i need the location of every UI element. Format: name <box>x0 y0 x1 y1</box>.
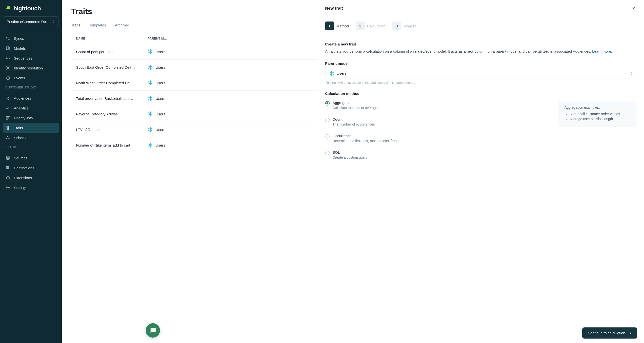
drawer-body: Create a new trait A trait lets you perf… <box>318 35 644 323</box>
workspace-selector[interactable]: Pristine eCommerce De… <box>3 16 59 27</box>
nav-label: Extensions <box>14 176 32 180</box>
parent-model-value: Users <box>337 71 346 75</box>
main: Traits Traits Templates Archived NAME PA… <box>62 0 644 343</box>
example-item: Average user session length <box>570 117 631 121</box>
cell-parent: Users <box>148 127 165 132</box>
col-name: NAME <box>76 37 148 40</box>
traits-icon <box>6 125 10 130</box>
updown-icon <box>52 20 55 24</box>
radio-icon <box>325 118 330 122</box>
nav-sequences[interactable]: Sequences <box>3 53 59 63</box>
syncs-icon <box>6 36 10 41</box>
audiences-icon <box>6 96 10 101</box>
svg-rect-29 <box>8 168 10 169</box>
tab-templates[interactable]: Templates <box>89 21 106 31</box>
sequences-icon <box>6 56 10 61</box>
identity-icon <box>6 66 10 71</box>
radio-icon <box>325 101 330 106</box>
radio-desc: Calculate the sum or average <box>332 106 378 110</box>
nav-label: Destinations <box>14 166 34 170</box>
radio-title: Count <box>332 117 375 121</box>
radio-occurrence[interactable]: Occurrence Determine the first, last, mo… <box>325 131 548 148</box>
analytics-icon <box>6 106 10 111</box>
close-button[interactable] <box>630 5 637 12</box>
radio-desc: Create a custom query <box>332 155 368 159</box>
radio-title: SQL <box>332 150 368 154</box>
button-label: Continue to calculation <box>588 331 625 335</box>
nav-syncs[interactable]: Syncs <box>3 33 59 43</box>
cell-parent: Users <box>148 80 165 86</box>
priority-icon <box>6 115 10 120</box>
nav-heading-customer-studio: CUSTOMER STUDIO <box>3 83 59 91</box>
arrow-right-icon <box>628 331 632 335</box>
example-item: Sum of all customer order values <box>570 112 631 116</box>
nav-label: Sequences <box>14 56 32 60</box>
learn-more-link[interactable]: Learn more. <box>592 49 612 53</box>
chat-icon <box>150 327 156 334</box>
desc-text: A trait lets you perform a calculation o… <box>325 49 592 53</box>
step-method[interactable]: 1 Method <box>325 22 349 30</box>
drawer-title: New trait <box>325 6 343 11</box>
snowflake-icon <box>148 65 153 70</box>
step-finalize[interactable]: 3 Finalize <box>392 22 416 30</box>
nav-setup: Sources Destinations Extensions Settings <box>3 153 59 192</box>
svg-point-17 <box>7 97 8 98</box>
continue-button[interactable]: Continue to calculation <box>582 327 637 338</box>
parent-model-label: Parent model <box>325 61 637 66</box>
nav-priority-lists[interactable]: Priority lists <box>3 113 59 123</box>
logo-icon <box>5 6 11 11</box>
tab-traits[interactable]: Traits <box>71 21 80 31</box>
nav-extensions[interactable]: Extensions <box>3 173 59 183</box>
radio-icon <box>325 134 330 139</box>
cell-parent: Users <box>148 142 165 148</box>
nav-events[interactable]: Events <box>3 73 59 83</box>
nav-label: Events <box>14 76 25 80</box>
models-icon <box>6 46 10 51</box>
nav-label: Identity resolution <box>14 66 43 70</box>
nav-label: Priority lists <box>14 116 33 120</box>
snowflake-icon <box>148 49 153 54</box>
nav-identity[interactable]: Identity resolution <box>3 63 59 73</box>
svg-rect-28 <box>6 168 8 169</box>
extensions-icon <box>6 175 10 180</box>
updown-icon <box>630 72 634 75</box>
parent-model-select[interactable]: Users <box>325 68 637 79</box>
nav-settings[interactable]: Settings <box>3 183 59 192</box>
svg-point-22 <box>8 136 8 137</box>
radio-sql[interactable]: SQL Create a custom query <box>325 148 548 164</box>
cell-parent: Users <box>148 49 165 54</box>
new-trait-drawer: New trait 1 Method 2 Calculation 3 Final… <box>318 0 644 343</box>
nav-top: Syncs Models Sequences Identity resoluti… <box>3 33 59 83</box>
snowflake-icon <box>148 111 153 117</box>
radio-icon <box>325 151 330 155</box>
nav-analytics[interactable]: Analytics <box>3 103 59 113</box>
nav-label: Schema <box>14 136 28 140</box>
snowflake-icon <box>329 71 334 76</box>
nav-audiences[interactable]: Audiences <box>3 93 59 103</box>
tab-archived[interactable]: Archived <box>115 21 129 31</box>
nav-heading-setup: SETUP <box>3 143 59 151</box>
nav-destinations[interactable]: Destinations <box>3 163 59 173</box>
step-calculation[interactable]: 2 Calculation <box>356 22 386 30</box>
chat-fab[interactable] <box>146 323 160 337</box>
cell-name: Count of pets per user <box>76 50 148 54</box>
nav-sources[interactable]: Sources <box>3 153 59 163</box>
step-num: 1 <box>325 22 334 30</box>
create-desc: A trait lets you perform a calculation o… <box>325 49 637 54</box>
create-title: Create a new trait <box>325 42 637 46</box>
radio-count[interactable]: Count The number of occurrences <box>325 115 548 131</box>
nav-label: Traits <box>14 126 23 130</box>
svg-point-9 <box>8 58 8 59</box>
calc-method-label: Calculation method <box>325 91 637 96</box>
parent-model-hint: This trait will be available in the audi… <box>325 81 637 85</box>
radio-aggregation[interactable]: Aggregation Calculate the sum or average <box>325 98 548 115</box>
nav-schema[interactable]: Schema <box>3 133 59 143</box>
nav-traits[interactable]: Traits <box>3 123 59 133</box>
cell-name: Favorite Category Adidas <box>76 112 148 116</box>
step-label: Finalize <box>404 24 416 28</box>
col-parent: PARENT M… <box>148 37 167 40</box>
svg-rect-1 <box>8 7 10 9</box>
nav-customer-studio: Audiences Analytics Priority lists Trait… <box>3 93 59 143</box>
nav-label: Models <box>14 46 26 51</box>
nav-models[interactable]: Models <box>3 43 59 53</box>
